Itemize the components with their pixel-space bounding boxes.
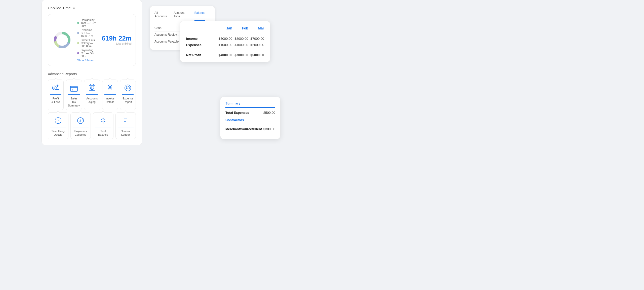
total-expenses-val: $500.00 bbox=[263, 111, 275, 115]
legend-dot-3 bbox=[77, 42, 79, 44]
report-divider bbox=[104, 94, 116, 95]
card-arrow bbox=[72, 78, 75, 80]
expenses-label: Expenses bbox=[186, 43, 216, 47]
report-divider bbox=[86, 94, 98, 95]
legend-label-4: Skywriting Co. — 72h 00m bbox=[81, 49, 97, 58]
profit-col-feb: Feb bbox=[232, 26, 248, 30]
income-jan: $5000.00 bbox=[216, 37, 232, 41]
legend-dot-4 bbox=[77, 52, 79, 54]
expense-report-icon bbox=[122, 83, 133, 93]
total-hours: 619h 22m bbox=[102, 35, 132, 42]
svg-rect-8 bbox=[70, 86, 77, 91]
expenses-feb: $1000.00 bbox=[232, 43, 248, 47]
card-arrow bbox=[79, 111, 82, 113]
report-card-invoice-details[interactable]: InvoiceDetails bbox=[102, 80, 118, 110]
report-card-expense-report[interactable]: ExpenseReport bbox=[120, 80, 136, 110]
report-divider bbox=[73, 127, 89, 127]
summary-section2-title: Contractors bbox=[225, 118, 275, 122]
show-more-link[interactable]: Show 6 More bbox=[77, 59, 97, 62]
card-arrow bbox=[102, 111, 105, 113]
svg-point-13 bbox=[108, 85, 112, 89]
unbilled-title: Unbilled Time bbox=[48, 6, 71, 10]
profit-col-empty bbox=[186, 26, 216, 30]
legend-label-3: Sweet Eats Cakery — 90h 00m bbox=[81, 39, 97, 48]
income-label: Income bbox=[186, 37, 216, 41]
report-label-trial-balance: TrialBalance bbox=[98, 129, 108, 137]
total-expenses-row: Total Expenses $500.00 bbox=[225, 111, 275, 115]
legend-item: Sweet Eats Cakery — 90h 00m bbox=[77, 39, 97, 48]
svg-point-14 bbox=[109, 86, 111, 88]
legend-item: Precision SEO — 163h 51m bbox=[77, 28, 97, 38]
report-label-general-ledger: GeneralLedger bbox=[121, 129, 131, 137]
legend-label-1: Designs by Tam — 192h 00m bbox=[81, 18, 97, 27]
report-divider bbox=[118, 127, 134, 127]
card-arrow bbox=[54, 78, 57, 80]
invoice-details-icon bbox=[104, 83, 115, 93]
reports-grid-row2-wrapper: Time EntryDetails $ PaymentsCollected bbox=[48, 112, 136, 139]
profit-divider bbox=[186, 50, 264, 50]
total-label: total unbilled bbox=[102, 42, 132, 45]
profit-loss-card: Jan Feb Mar Income $5000.00 $8000.00 $70… bbox=[180, 21, 270, 62]
merchant-label: Merchant/Source/Client bbox=[225, 127, 262, 131]
summary-section1-title: Summary bbox=[225, 101, 275, 105]
tab-all-accounts[interactable]: All Accounts bbox=[154, 11, 169, 21]
right-panel: All Accounts Account Type Balance Cash A… bbox=[150, 6, 280, 139]
summary-card: Summary Total Expenses $500.00 Contracto… bbox=[220, 97, 280, 139]
card-arrow bbox=[124, 111, 127, 113]
tab-balance[interactable]: Balance bbox=[194, 11, 205, 21]
summary-divider-2 bbox=[225, 124, 275, 124]
merchant-row: Merchant/Source/Client $300.00 bbox=[225, 127, 275, 131]
time-entry-icon bbox=[53, 116, 64, 126]
income-feb: $8000.00 bbox=[232, 37, 248, 41]
report-label-time-entry: Time EntryDetails bbox=[51, 129, 65, 137]
tab-account-type[interactable]: Account Type bbox=[174, 11, 189, 21]
card-arrow bbox=[57, 111, 60, 113]
reports-grid-row1: $ Profit& Loss $ Sales TaxSummary bbox=[48, 80, 136, 110]
profit-loss-icon: $ bbox=[50, 83, 61, 93]
profit-net-row: Net Profit $4000.00 $7000.00 $5000.00 bbox=[186, 53, 264, 57]
report-label-accounts-aging: AccountsAging bbox=[86, 97, 98, 104]
legend-label-2: Precision SEO — 163h 51m bbox=[81, 28, 97, 38]
expenses-mar: $2000.00 bbox=[248, 43, 264, 47]
svg-text:$: $ bbox=[79, 119, 82, 123]
net-profit-feb: $7000.00 bbox=[232, 53, 248, 57]
unbilled-card: Designs by Tam — 192h 00m Precision SEO … bbox=[48, 14, 136, 66]
report-label-payments-collected: PaymentsCollected bbox=[74, 129, 87, 137]
svg-text:$: $ bbox=[91, 87, 93, 89]
report-card-trial-balance[interactable]: TrialBalance bbox=[93, 112, 113, 139]
svg-text:$: $ bbox=[72, 89, 73, 91]
net-profit-label: Net Profit bbox=[186, 53, 216, 57]
legend-item: Designs by Tam — 192h 00m bbox=[77, 18, 97, 27]
filter-icon[interactable]: ≡ bbox=[73, 6, 75, 10]
report-divider bbox=[50, 127, 66, 127]
total-expenses-label: Total Expenses bbox=[225, 111, 249, 115]
report-card-sales-tax[interactable]: $ Sales TaxSummary bbox=[66, 80, 82, 110]
report-label-profit-loss: Profit& Loss bbox=[52, 97, 60, 104]
report-card-payments-collected[interactable]: $ PaymentsCollected bbox=[70, 112, 91, 139]
report-label-sales-tax: Sales TaxSummary bbox=[68, 97, 80, 107]
unbilled-total: 619h 22m total unbilled bbox=[102, 35, 132, 45]
report-card-accounts-aging[interactable]: $ AccountsAging bbox=[84, 80, 100, 110]
merchant-val: $300.00 bbox=[263, 127, 275, 131]
legend-dot-1 bbox=[77, 22, 79, 24]
net-profit-mar: $5000.00 bbox=[248, 53, 264, 57]
expenses-jan: $1000.00 bbox=[216, 43, 232, 47]
donut-chart bbox=[52, 30, 72, 50]
accounts-aging-icon: $ bbox=[87, 83, 98, 93]
trial-balance-icon bbox=[98, 116, 109, 126]
report-card-general-ledger[interactable]: GeneralLedger bbox=[115, 112, 136, 139]
general-ledger-icon bbox=[120, 116, 131, 126]
accounts-tabs: All Accounts Account Type Balance bbox=[154, 11, 210, 21]
report-divider bbox=[68, 94, 80, 95]
legend-item: Skywriting Co. — 72h 00m bbox=[77, 49, 97, 58]
profit-income-row: Income $5000.00 $8000.00 $7000.00 bbox=[186, 37, 264, 41]
unbilled-legend: Designs by Tam — 192h 00m Precision SEO … bbox=[77, 18, 97, 62]
unbilled-header: Unbilled Time ≡ bbox=[48, 6, 136, 10]
report-card-time-entry[interactable]: Time EntryDetails bbox=[48, 112, 68, 139]
profit-expenses-row: Expenses $1000.00 $1000.00 $2000.00 bbox=[186, 43, 264, 47]
profit-col-mar: Mar bbox=[248, 26, 264, 30]
legend-dot-2 bbox=[77, 32, 79, 34]
income-mar: $7000.00 bbox=[248, 37, 264, 41]
report-card-profit-loss[interactable]: $ Profit& Loss bbox=[48, 80, 64, 110]
profit-col-jan: Jan bbox=[216, 26, 232, 30]
